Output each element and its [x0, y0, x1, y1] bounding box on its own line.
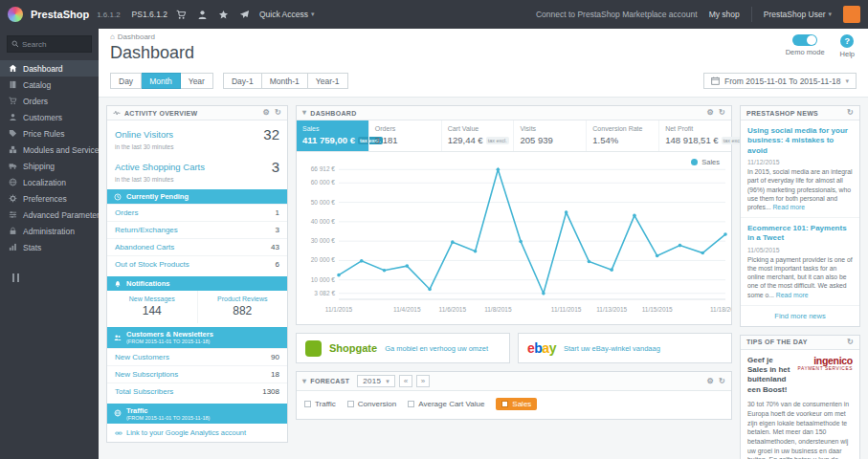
- active-carts-link[interactable]: Active Shopping Carts: [115, 162, 205, 172]
- total-subscribers-link[interactable]: Total Subscribers: [115, 387, 262, 396]
- sidebar-item-administration[interactable]: Administration: [0, 223, 99, 239]
- pending-row: Out of Stock Products 6: [107, 255, 287, 273]
- forecast-prev-button[interactable]: «: [399, 375, 412, 387]
- search-input[interactable]: [22, 40, 87, 49]
- range-day-1-button[interactable]: Day-1: [223, 73, 262, 89]
- svg-text:11/15/2015: 11/15/2015: [642, 306, 673, 313]
- read-more-link[interactable]: Read more: [772, 204, 805, 210]
- section-title: Notifications: [126, 279, 169, 288]
- caret-down-icon[interactable]: ▾: [302, 109, 306, 117]
- forecast-option-conversion[interactable]: Conversion: [347, 400, 396, 408]
- refresh-icon[interactable]: ↻: [847, 339, 854, 346]
- quick-access-menu[interactable]: Quick Access ▾: [259, 10, 315, 19]
- refresh-icon[interactable]: ↻: [719, 378, 725, 385]
- sidebar-item-advanced-parameters[interactable]: Advanced Parameters: [0, 207, 99, 223]
- kpi-stats-row: Sales 411 759,00 €tax excl. Orders 3 181…: [297, 120, 731, 152]
- sidebar-item-stats[interactable]: Stats: [0, 239, 99, 255]
- range-day-button[interactable]: Day: [110, 73, 142, 89]
- pending-returns-link[interactable]: Return/Exchanges: [115, 226, 276, 234]
- forecast-option-sales[interactable]: Sales: [496, 398, 537, 410]
- new-messages-link[interactable]: New Messages: [109, 295, 195, 302]
- marketplace-connect-link[interactable]: Connect to PrestaShop Marketplace accoun…: [536, 10, 698, 19]
- sidebar-item-catalog[interactable]: Catalog: [0, 76, 99, 93]
- google-analytics-link[interactable]: Link to your Google Analytics account: [107, 424, 287, 442]
- forecast-year-select[interactable]: 2015 ▾: [357, 375, 395, 387]
- help-icon[interactable]: ?: [840, 34, 854, 48]
- refresh-icon[interactable]: ↻: [719, 109, 725, 117]
- ebay-link[interactable]: Start uw eBay-winkel vandaag: [564, 344, 660, 353]
- checkbox-icon: [347, 401, 354, 407]
- range-month-1-button[interactable]: Month-1: [262, 73, 308, 89]
- settings-icon[interactable]: ⚙: [707, 109, 714, 117]
- demo-mode-toggle[interactable]: [792, 34, 817, 46]
- pending-row: Orders 1: [107, 204, 287, 221]
- ingenico-brand-sub: PAYMENT SERVICES: [798, 366, 854, 371]
- chart-legend[interactable]: Sales: [691, 158, 720, 166]
- panel-title: FORECAST: [310, 378, 349, 384]
- kpi-orders[interactable]: Orders 3 181: [368, 120, 441, 151]
- advanced-parameters-icon: [9, 210, 17, 219]
- range-year-button[interactable]: Year: [181, 73, 213, 89]
- sidebar-item-localization[interactable]: Localization: [0, 174, 99, 190]
- kpi-visits[interactable]: Visits 205 939: [513, 120, 586, 151]
- forecast-year-value: 2015: [363, 377, 381, 385]
- shop-cart-icon[interactable]: [175, 10, 189, 20]
- sidebar-item-preferences[interactable]: Preferences: [0, 190, 99, 207]
- find-more-news-link[interactable]: Find more news: [741, 306, 859, 326]
- news-article: Ecommerce 101: Payments in a Tweet 11/05…: [741, 218, 859, 306]
- settings-icon[interactable]: ⚙: [707, 378, 714, 385]
- ebay-promo[interactable]: ebay Start uw eBay-winkel vandaag: [518, 333, 732, 363]
- forecast-options: Traffic Conversion Average Cart Value Sa…: [297, 391, 731, 419]
- pending-orders-value: 1: [276, 208, 279, 217]
- sidebar-item-shipping[interactable]: Shipping: [0, 158, 99, 174]
- kpi-sales[interactable]: Sales 411 759,00 €tax excl.: [297, 120, 368, 151]
- pending-orders-link[interactable]: Orders: [115, 208, 276, 217]
- sidebar-item-label: Stats: [23, 243, 41, 252]
- range-year-1-button[interactable]: Year-1: [308, 73, 348, 89]
- kpi-cart-value[interactable]: Cart Value 129,44 €tax excl.: [441, 120, 514, 151]
- refresh-icon[interactable]: ↻: [847, 109, 854, 117]
- sidebar-item-price-rules[interactable]: Price Rules: [0, 125, 99, 142]
- star-icon[interactable]: [217, 10, 231, 20]
- shopgate-link[interactable]: Ga mobiel en verhoog uw omzet: [385, 344, 488, 353]
- sidebar-item-orders[interactable]: Orders: [0, 93, 99, 109]
- sidebar-item-customers[interactable]: Customers: [0, 109, 99, 125]
- user-icon[interactable]: [196, 10, 210, 20]
- stats-icon: [9, 243, 17, 251]
- forecast-option-average-cart-value[interactable]: Average Cart Value: [408, 400, 484, 408]
- forecast-panel-header: ▾ FORECAST 2015 ▾ « » ⚙ ↻: [297, 372, 731, 391]
- avatar[interactable]: [843, 6, 860, 23]
- out-of-stock-link[interactable]: Out of Stock Products: [115, 260, 276, 269]
- new-customers-link[interactable]: New Customers: [115, 353, 271, 361]
- abandoned-carts-link[interactable]: Abandoned Carts: [115, 243, 271, 251]
- rocket-icon[interactable]: [238, 10, 252, 20]
- range-month-button[interactable]: Month: [142, 73, 181, 89]
- sidebar-item-modules[interactable]: Modules and Services: [0, 142, 99, 158]
- caret-down-icon[interactable]: ▾: [302, 378, 306, 385]
- sidebar-item-dashboard[interactable]: Dashboard: [0, 60, 99, 76]
- promo-row: Shopgate Ga mobiel en verhoog uw omzet e…: [296, 333, 732, 363]
- collapse-sidebar-button[interactable]: [10, 271, 22, 287]
- news-article-title-link[interactable]: Using social media for your business: 4 …: [747, 126, 853, 156]
- svg-text:30 000 €: 30 000 €: [311, 237, 336, 244]
- forecast-option-traffic[interactable]: Traffic: [304, 400, 336, 408]
- sidebar-item-label: Price Rules: [23, 129, 64, 139]
- date-range-picker[interactable]: From 2015-11-01 To 2015-11-18 ▾: [703, 73, 857, 89]
- user-menu[interactable]: PrestaShop User ▾: [764, 10, 832, 19]
- settings-icon[interactable]: ⚙: [263, 109, 270, 117]
- product-reviews-link[interactable]: Product Reviews: [200, 295, 286, 302]
- product-reviews-value: 882: [200, 304, 286, 317]
- kpi-conversion-rate[interactable]: Conversion Rate 1.54%: [586, 120, 658, 151]
- read-more-link[interactable]: Read more: [776, 292, 809, 298]
- new-subscriptions-link[interactable]: New Subscriptions: [115, 370, 271, 379]
- breadcrumb[interactable]: ⌂ Dashboard: [110, 33, 857, 41]
- forecast-next-button[interactable]: »: [416, 375, 430, 387]
- pending-returns-value: 3: [276, 226, 279, 234]
- news-article-title-link[interactable]: Ecommerce 101: Payments in a Tweet: [747, 224, 853, 244]
- kpi-net-profit[interactable]: Net Profit 148 918,51 €tax excl.: [658, 120, 731, 151]
- kpi-label: Cart Value: [448, 125, 508, 132]
- shopgate-promo[interactable]: Shopgate Ga mobiel en verhoog uw omzet: [296, 333, 510, 363]
- online-visitors-link[interactable]: Online Visitors: [115, 129, 173, 140]
- refresh-icon[interactable]: ↻: [275, 109, 281, 117]
- my-shop-link[interactable]: My shop: [709, 10, 740, 19]
